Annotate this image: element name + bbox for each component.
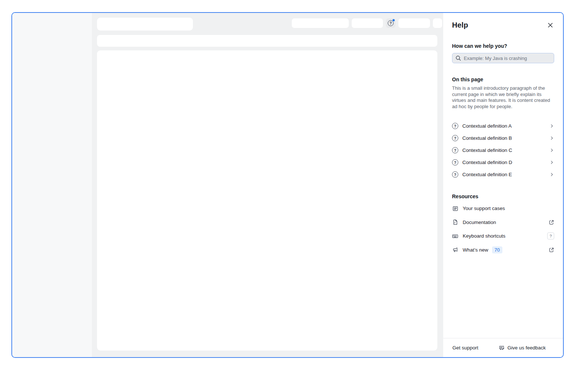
help-panel-footer: Get support Give us feedback [443, 338, 563, 357]
list-item-documentation[interactable]: Documentation [452, 216, 554, 230]
list-item-contextual-definition-b[interactable]: Contextual definition B [452, 132, 554, 144]
on-this-page-heading: On this page [452, 77, 554, 82]
support-cases-icon [452, 206, 458, 211]
search-section-heading: How can we help you? [452, 43, 554, 49]
chevron-right-icon [549, 136, 554, 141]
content-skeleton [97, 50, 437, 351]
megaphone-icon [452, 247, 458, 253]
list-item-contextual-definition-c[interactable]: Contextual definition C [452, 144, 554, 156]
close-button[interactable] [546, 21, 554, 29]
question-circle-icon [452, 159, 458, 166]
resources-heading: Resources [452, 193, 554, 199]
external-link-icon [549, 220, 554, 225]
give-feedback-button[interactable]: Give us feedback [494, 343, 550, 353]
app-window: Help How can we help you? On this page T… [11, 12, 564, 358]
main-content-area [92, 13, 443, 357]
document-icon [452, 219, 458, 225]
panel-title: Help [452, 21, 468, 29]
list-item-keyboard-shortcuts[interactable]: Keyboard shortcuts ? [452, 229, 554, 243]
list-item-whats-new[interactable]: What’s new 70 [452, 243, 554, 257]
question-circle-icon [452, 171, 458, 178]
chevron-right-icon [549, 148, 554, 153]
toolbar-skeleton [97, 35, 437, 47]
chevron-right-icon [549, 172, 554, 177]
chevron-right-icon [549, 160, 554, 165]
question-circle-icon [452, 135, 458, 141]
help-panel-header: Help [452, 21, 554, 29]
help-button[interactable] [386, 18, 395, 28]
list-item-contextual-definition-e[interactable]: Contextual definition E [452, 168, 554, 181]
topbar-skeleton-block [398, 18, 430, 28]
external-link-icon [549, 247, 554, 253]
question-circle-icon [452, 123, 458, 129]
left-sidebar [12, 13, 92, 357]
search-box [452, 53, 554, 63]
list-item-support-cases[interactable]: Your support cases [452, 202, 554, 216]
help-panel: Help How can we help you? On this page T… [443, 13, 563, 357]
shortcut-key-badge: ? [547, 232, 554, 239]
topbar-skeleton-block [292, 18, 349, 28]
get-support-button[interactable]: Get support [448, 343, 483, 353]
close-icon [547, 22, 553, 28]
topbar-skeleton-block [433, 18, 442, 28]
list-item-contextual-definition-d[interactable]: Contextual definition D [452, 156, 554, 168]
whats-new-count-badge: 70 [492, 246, 502, 253]
feedback-icon [499, 345, 505, 351]
notification-dot [392, 19, 395, 22]
page-intro-paragraph: This is a small introductory paragraph o… [452, 85, 554, 110]
page-title-skeleton [97, 18, 193, 31]
contextual-definitions-list: Contextual definition A Contextual defin… [452, 120, 554, 181]
list-item-contextual-definition-a[interactable]: Contextual definition A [452, 120, 554, 132]
question-circle-icon [452, 147, 458, 153]
keyboard-icon [452, 233, 458, 239]
resources-list: Your support cases Documentation Keyboar… [452, 202, 554, 257]
chevron-right-icon [549, 124, 554, 128]
help-search-input[interactable] [452, 53, 554, 63]
topbar-skeleton-block [352, 18, 383, 28]
search-icon [455, 55, 461, 61]
topbar-controls [292, 18, 442, 28]
